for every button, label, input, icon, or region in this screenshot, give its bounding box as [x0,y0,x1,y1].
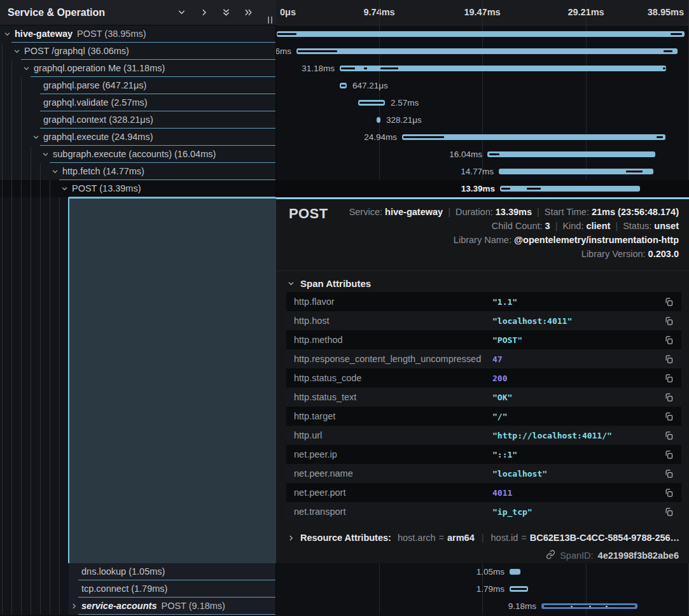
attribute-value: 47 [492,354,664,364]
span-name-cell[interactable]: hive-gatewayPOST (38.95ms) [0,25,276,43]
span-meta-line: Library Version: 0.203.0 [349,247,679,261]
meta-value: 21ms (23:56:48.174) [592,207,679,217]
copy-icon[interactable] [664,297,674,307]
panel-resize-handle[interactable] [268,17,272,24]
span-name-cell[interactable]: graphql.context (328.21μs) [0,111,276,129]
span-meta-line: Child Count: 3|Kind: client|Status: unse… [349,219,679,233]
trace-row[interactable]: POST (13.39ms)13.39ms [0,180,689,197]
span-name-cell[interactable]: graphql.execute (24.94ms) [0,129,276,146]
attribute-key: net.transport [294,507,492,517]
trace-row[interactable]: POST /graphql (36.06ms)36.06ms [0,43,689,60]
service-name: service-accounts [81,598,157,614]
child-span-mark [501,188,510,190]
meta-value: 13.39ms [496,207,532,217]
copy-icon[interactable] [664,431,674,440]
trace-row[interactable]: graphql.parse (647.21μs)647.21μs [0,77,689,94]
indent-guide [59,197,60,563]
trace-row[interactable]: service-accountsPOST (9.18ms)9.18ms [0,598,689,615]
span-bar[interactable] [510,569,520,575]
span-bar[interactable] [296,48,678,54]
chevron-down-icon[interactable] [42,151,53,158]
trace-row[interactable]: subgraph.execute (accounts) (16.04ms)16.… [0,146,689,163]
span-bar[interactable] [402,134,665,140]
operation-name: subgraph.execute (accounts) (16.04ms) [53,146,216,162]
copy-icon[interactable] [664,412,674,421]
attribute-row: http.response_content_length_uncompresse… [286,349,681,368]
span-name-cell[interactable]: graphql.operation Me (31.18ms) [0,60,276,77]
span-name-cell[interactable]: POST /graphql (36.06ms) [0,43,276,60]
child-span-mark [364,67,367,69]
meta-label: Service: [349,207,385,217]
double-chevron-right-icon[interactable] [244,8,253,17]
child-span-mark [341,85,345,87]
timeline-tick: 9.74ms [363,0,394,25]
span-name: POST (13.39ms) [0,180,275,197]
trace-row[interactable]: hive-gatewayPOST (38.95ms)38.95ms [0,25,689,43]
copy-icon[interactable] [664,393,674,402]
copy-icon[interactable] [664,316,674,326]
span-name: graphql.execute (24.94ms) [0,129,275,145]
span-bar[interactable] [340,66,666,71]
trace-timeline-view: 0μs9.74ms19.47ms29.21ms38.95ms hive-gate… [0,0,689,616]
resource-key: host.id [491,533,518,543]
chevron-right-icon[interactable] [288,535,295,542]
span-bar[interactable] [541,603,637,609]
chevron-down-icon[interactable] [23,65,34,72]
span-attributes-header[interactable]: Span Attributes [288,278,371,289]
span-bar[interactable] [499,169,653,174]
link-icon[interactable] [546,550,555,561]
trace-row[interactable]: graphql.validate (2.57ms)2.57ms [0,94,689,111]
copy-icon[interactable] [664,354,674,364]
span-name-cell[interactable]: subgraph.execute (accounts) (16.04ms) [0,146,276,163]
span-name: subgraph.execute (accounts) (16.04ms) [0,146,275,162]
selected-span-region[interactable] [68,197,276,563]
attribute-value: 4011 [492,488,664,498]
chevron-down-icon[interactable] [4,31,15,38]
duration-label: 31.18ms [302,60,335,77]
copy-icon[interactable] [664,450,674,459]
copy-icon[interactable] [664,469,674,479]
resource-attributes-title[interactable]: Resource Attributes: [300,533,391,543]
chevron-down-icon[interactable] [61,185,72,192]
copy-icon[interactable] [664,374,674,383]
indent-guides-strip [0,197,68,563]
span-bar[interactable] [510,586,528,592]
span-name-cell[interactable]: graphql.validate (2.57ms) [0,94,276,111]
chevron-down-icon[interactable] [13,48,24,55]
span-bar[interactable] [277,31,685,37]
chevron-down-icon[interactable] [32,134,43,141]
double-chevron-down-icon[interactable] [221,8,231,17]
operation-name: http.fetch (14.77ms) [62,163,144,179]
trace-row[interactable]: tcp.connect (1.79ms)1.79ms [0,580,689,598]
chevron-down-icon[interactable] [52,168,62,175]
trace-row[interactable]: http.fetch (14.77ms)14.77ms [0,163,689,180]
span-bar[interactable] [340,83,347,88]
copy-icon[interactable] [664,335,674,345]
span-name-cell[interactable]: dns.lookup (1.05ms) [0,563,276,580]
copy-icon[interactable] [664,488,674,498]
span-name-cell[interactable]: tcp.connect (1.79ms) [0,580,276,598]
trace-row[interactable]: graphql.operation Me (31.18ms)31.18ms [0,60,689,77]
span-bar[interactable] [377,117,380,123]
trace-row[interactable]: dns.lookup (1.05ms)1.05ms [0,563,689,580]
chevron-right-icon[interactable] [199,8,209,17]
span-bar[interactable] [500,186,640,192]
timeline-header: 0μs9.74ms19.47ms29.21ms38.95ms [276,0,689,25]
indent-guide [50,197,50,563]
chevron-down-icon[interactable] [177,8,186,17]
child-span-mark [277,33,296,35]
span-id-value: 4e21998f3b82abe6 [598,550,679,561]
span-name-cell[interactable]: service-accountsPOST (9.18ms) [0,598,276,615]
trace-row[interactable]: graphql.context (328.21μs)328.21μs [0,111,689,129]
span-name-cell[interactable]: POST (13.39ms) [0,180,276,197]
attribute-key: http.response_content_length_uncompresse… [294,354,492,364]
trace-row[interactable]: graphql.execute (24.94ms)24.94ms [0,129,689,146]
chevron-right-icon[interactable] [71,603,81,610]
span-name-cell[interactable]: graphql.parse (647.21μs) [0,77,276,94]
span-bar[interactable] [358,100,385,106]
span-bar[interactable] [487,151,655,157]
span-name-cell[interactable]: http.fetch (14.77ms) [0,163,276,180]
attribute-key: net.peer.port [294,487,492,498]
copy-icon[interactable] [664,507,674,517]
attribute-value: "/" [492,412,664,421]
